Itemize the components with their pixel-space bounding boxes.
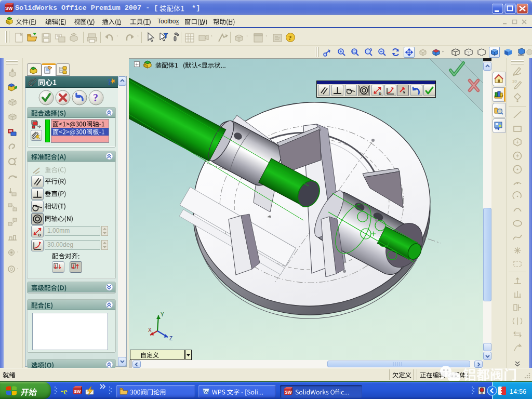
svg-text:?: ? bbox=[108, 78, 112, 86]
svg-text:X: X bbox=[148, 327, 152, 333]
svg-text:Z: Z bbox=[169, 336, 172, 341]
svg-text:D: D bbox=[379, 92, 381, 96]
svg-text:SW: SW bbox=[285, 390, 292, 395]
svg-text:SW: SW bbox=[5, 6, 13, 11]
svg-text:e: e bbox=[63, 387, 68, 396]
svg-text:SW: SW bbox=[74, 389, 81, 394]
svg-text:Y: Y bbox=[161, 312, 164, 317]
svg-text:D: D bbox=[38, 233, 41, 237]
svg-text:?: ? bbox=[288, 34, 292, 42]
svg-text:?: ? bbox=[93, 92, 98, 103]
svg-text:30: 30 bbox=[512, 79, 517, 84]
